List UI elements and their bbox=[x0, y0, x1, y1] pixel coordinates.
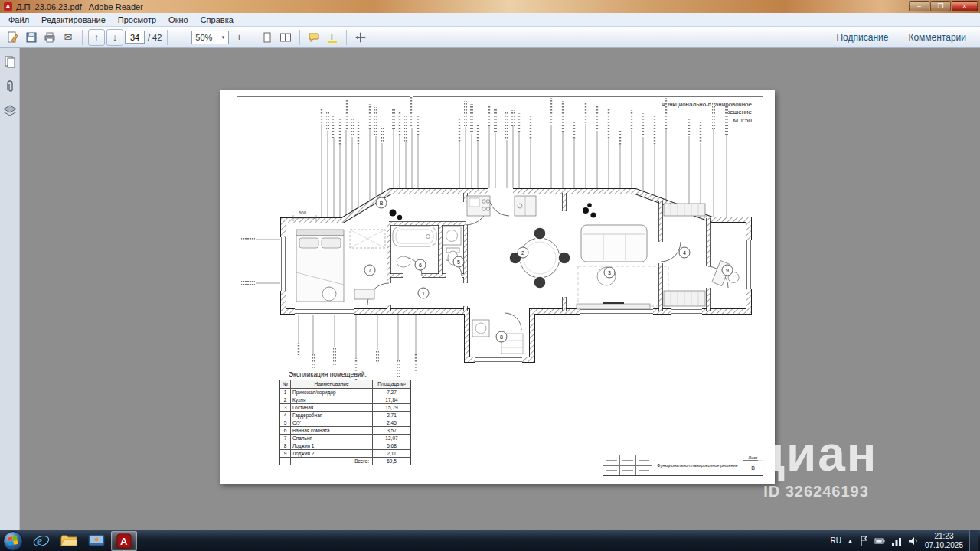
page-number-input[interactable] bbox=[125, 31, 145, 44]
system-tray: RU ▲ 21:23 07.10.2025 bbox=[831, 530, 980, 551]
minimize-button[interactable]: – bbox=[909, 1, 929, 11]
adobe-reader-icon: A bbox=[4, 2, 12, 11]
taskbar: e A RU ▲ bbox=[0, 530, 980, 551]
internet-explorer-icon: e bbox=[33, 533, 50, 549]
power-icon[interactable] bbox=[874, 536, 885, 546]
print-button[interactable] bbox=[41, 29, 58, 46]
close-button[interactable]: × bbox=[952, 1, 978, 11]
taskbar-media-app[interactable] bbox=[83, 531, 109, 551]
table-row: 5С/У2,45 bbox=[280, 419, 410, 426]
adobe-reader-taskbar-icon: A bbox=[116, 533, 132, 549]
menu-Окно[interactable]: Окно bbox=[162, 14, 194, 26]
toolbar: ✉ ↑ ↓ / 42 − 50% ▼ + bbox=[0, 27, 980, 48]
svg-text:3: 3 bbox=[608, 270, 611, 276]
menu-Файл[interactable]: Файл bbox=[2, 14, 35, 26]
title-block-stamp-cells bbox=[603, 455, 652, 475]
fit-page-button[interactable] bbox=[259, 29, 276, 46]
comments-panel-button[interactable]: Комментарии bbox=[908, 32, 966, 43]
windows-flag-icon bbox=[8, 536, 18, 546]
arrow-down-icon: ↓ bbox=[113, 31, 118, 43]
save-button[interactable] bbox=[23, 29, 40, 46]
highlighter-icon: T bbox=[326, 31, 338, 44]
table-row: 8Лоджия 15,68 bbox=[280, 442, 410, 449]
pan-arrows-icon bbox=[354, 31, 367, 44]
title-block: Функционально-планировочное решение Лист… bbox=[603, 455, 763, 476]
arrow-up-icon: ↑ bbox=[94, 31, 100, 43]
table-row: 3Гостиная15,79 bbox=[280, 403, 410, 411]
language-indicator[interactable]: RU bbox=[831, 536, 841, 545]
single-page-icon bbox=[261, 31, 273, 44]
show-desktop-button[interactable] bbox=[969, 530, 978, 551]
callout-labels-left bbox=[241, 236, 283, 285]
volume-icon[interactable] bbox=[908, 536, 919, 546]
table-row: 7Спальня12,07 bbox=[280, 434, 410, 442]
table-row: 9Лоджия 22,11 bbox=[280, 449, 410, 457]
pan-tool-button[interactable] bbox=[352, 29, 369, 46]
taskbar-adobe-reader[interactable]: A bbox=[111, 531, 137, 551]
taskbar-internet-explorer[interactable]: e bbox=[28, 531, 54, 551]
tray-time: 21:23 bbox=[925, 532, 963, 541]
window-titlebar: A Д.П_23.06.23.pdf - Adobe Reader – ❐ × bbox=[0, 0, 980, 13]
svg-text:5: 5 bbox=[457, 259, 460, 265]
previous-page-button[interactable]: ↑ bbox=[88, 29, 105, 46]
navigation-panel-strip bbox=[0, 48, 20, 530]
sign-pencil-icon bbox=[7, 31, 19, 44]
maximize-button[interactable]: ❐ bbox=[930, 1, 951, 11]
page-thumbnails-panel-icon[interactable] bbox=[4, 56, 16, 68]
email-button[interactable]: ✉ bbox=[60, 29, 77, 46]
svg-text:T: T bbox=[329, 32, 335, 41]
media-app-icon bbox=[88, 533, 105, 549]
next-page-button[interactable]: ↓ bbox=[106, 29, 123, 46]
network-icon[interactable] bbox=[891, 536, 902, 546]
clock[interactable]: 21:23 07.10.2025 bbox=[925, 532, 963, 550]
svg-text:8: 8 bbox=[500, 334, 503, 340]
attachments-panel-icon[interactable] bbox=[4, 80, 16, 93]
toolbar-separator bbox=[299, 30, 300, 45]
add-comment-button[interactable] bbox=[305, 29, 322, 46]
highlight-text-button[interactable]: T bbox=[324, 29, 341, 46]
document-canvas: Функционально-планировочное решение М 1:… bbox=[20, 48, 980, 530]
room-table: № Наименование Площадь м² 1Прихожая/кори… bbox=[279, 380, 411, 465]
fit-width-button[interactable] bbox=[277, 29, 294, 46]
table-row: 4Гардеробная2,71 bbox=[280, 411, 410, 419]
action-center-flag-icon[interactable] bbox=[859, 536, 868, 546]
toolbar-separator bbox=[346, 30, 347, 45]
svg-text:7: 7 bbox=[368, 268, 371, 273]
comment-bubble-icon bbox=[308, 31, 320, 44]
print-icon bbox=[44, 31, 56, 44]
svg-text:2: 2 bbox=[521, 250, 524, 256]
zoom-in-button[interactable]: + bbox=[230, 29, 247, 46]
adobe-reader-window: A Д.П_23.06.23.pdf - Adobe Reader – ❐ × … bbox=[0, 0, 980, 551]
svg-text:A: A bbox=[120, 536, 128, 547]
tray-date: 07.10.2025 bbox=[925, 541, 963, 550]
toolbar-separator bbox=[167, 30, 168, 45]
chevron-down-icon: ▼ bbox=[217, 31, 225, 44]
zoom-out-button[interactable]: − bbox=[173, 29, 190, 46]
table-row: 2Кухня17,84 bbox=[280, 396, 410, 403]
table-row: 1Прихожая/коридор7,27 bbox=[280, 388, 410, 396]
table-total-row: Всего: 69,5 bbox=[280, 457, 410, 465]
menu-bar: ФайлРедактированиеПросмотрОкноСправка bbox=[0, 13, 980, 27]
zoom-level-select[interactable]: 50% ▼ bbox=[191, 31, 229, 44]
sign-document-button[interactable] bbox=[5, 29, 21, 46]
toolbar-separator bbox=[253, 30, 253, 45]
menu-Просмотр[interactable]: Просмотр bbox=[112, 14, 162, 26]
explication-title: Экспликация помещений: bbox=[289, 370, 367, 378]
sign-panel-button[interactable]: Подписание bbox=[836, 32, 888, 43]
taskbar-explorer-folder[interactable] bbox=[56, 531, 82, 551]
plus-icon: + bbox=[237, 31, 243, 43]
menu-Редактирование[interactable]: Редактирование bbox=[35, 14, 112, 26]
menu-Справка[interactable]: Справка bbox=[194, 14, 240, 26]
zoom-value: 50% bbox=[195, 33, 212, 42]
page-total-label: / 42 bbox=[148, 33, 162, 42]
folder-icon bbox=[60, 534, 77, 548]
svg-text:4: 4 bbox=[683, 250, 686, 256]
watermark-id: ID 326246193 bbox=[701, 483, 931, 500]
window-title: Д.П_23.06.23.pdf - Adobe Reader bbox=[16, 2, 143, 11]
hidden-icons-arrow[interactable]: ▲ bbox=[848, 538, 853, 543]
pdf-page: Функционально-планировочное решение М 1:… bbox=[220, 90, 775, 484]
two-page-icon bbox=[279, 31, 292, 44]
start-button[interactable] bbox=[3, 531, 23, 551]
layers-panel-icon[interactable] bbox=[3, 105, 17, 117]
table-row: 6Ванная комната3,57 bbox=[280, 426, 410, 434]
